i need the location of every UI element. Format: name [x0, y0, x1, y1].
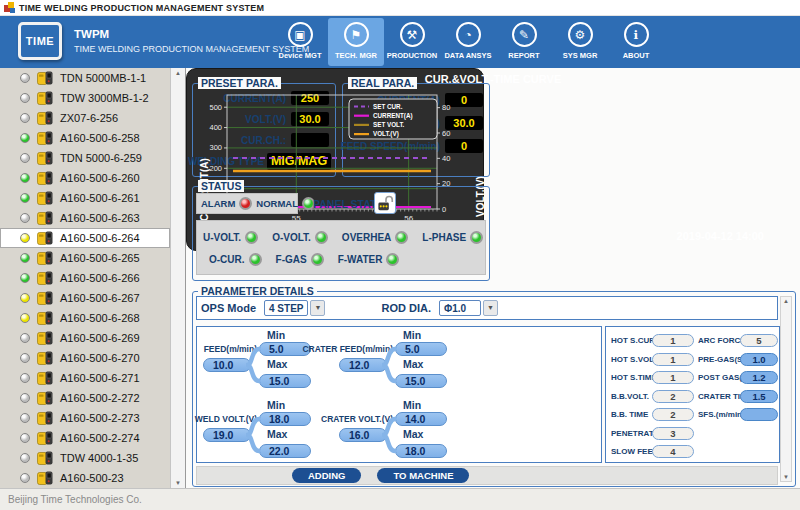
setting-pill[interactable]: 1.5 — [740, 390, 778, 403]
nav-item-production[interactable]: ⚒PRODUCTION — [384, 18, 440, 66]
nav-item-report[interactable]: ✎REPORT — [496, 18, 552, 66]
list-item[interactable]: A160-500-6-265 — [0, 248, 170, 268]
status-panel: STATUS ALARM NORMAL PANEL STATUS U-VOLT.… — [192, 186, 490, 281]
value-pill[interactable]: 19.0 — [203, 428, 251, 442]
nav-item-label: SYS MGR — [563, 51, 598, 60]
device-label: ZX07-6-256 — [60, 112, 118, 124]
setting-pill[interactable]: 1.0 — [740, 353, 778, 366]
sidebar: TDN 5000MB-1-1TDW 3000MB-1-2ZX07-6-256A1… — [0, 68, 186, 488]
status-led — [20, 173, 30, 183]
status-led — [20, 273, 30, 283]
setting-pill[interactable] — [740, 408, 778, 421]
welder-icon — [37, 271, 53, 285]
list-item[interactable]: TDW 3000MB-1-2 — [0, 88, 170, 108]
device-label: A160-500-6-260 — [60, 172, 140, 184]
max-pill[interactable]: 15.0 — [259, 374, 311, 388]
title-bar: TIME WELDING PRODUCTION MANAGEMENT SYSTE… — [0, 0, 800, 16]
setting-label: B.B.VOLT. — [611, 392, 649, 401]
max-pill[interactable]: 15.0 — [395, 374, 447, 388]
max-pill[interactable]: 22.0 — [259, 444, 311, 458]
indicator: O-VOLT. — [272, 231, 328, 244]
status-led — [20, 453, 30, 463]
device-icon: ▣ — [288, 22, 313, 47]
sidebar-scrollbar[interactable]: ▲ ▼ — [170, 68, 185, 488]
max-pill[interactable]: 18.0 — [395, 444, 447, 458]
indicator-led — [311, 253, 324, 266]
list-item[interactable]: A160-500-6-258 — [0, 128, 170, 148]
device-label: TDN 5000MB-1-1 — [60, 72, 146, 84]
chart-icon: ◔ — [456, 22, 481, 47]
header: TIME TWPM TIME WELDING PRODUCTION MANAGE… — [0, 16, 800, 68]
svg-text:CURRENT(A): CURRENT(A) — [373, 112, 413, 120]
welder-icon — [37, 351, 53, 365]
value-pill[interactable]: 12.0 — [339, 358, 387, 372]
list-item[interactable]: A160-500-6-267 — [0, 288, 170, 308]
nav-item-tech-mgr[interactable]: ⚑TECH. MGR — [328, 18, 384, 66]
welder-icon — [37, 291, 53, 305]
list-item[interactable]: A160-500-23 — [0, 468, 170, 488]
welder-icon — [37, 71, 53, 85]
nav-item-sys-mgr[interactable]: ⚙SYS MGR — [552, 18, 608, 66]
ops-mode-select[interactable]: 4 STEP ▼ — [264, 300, 325, 316]
scroll-up-icon[interactable]: ▲ — [783, 298, 789, 304]
list-item[interactable]: A160-500-6-266 — [0, 268, 170, 288]
rod-dia-value[interactable]: Φ1.0 — [439, 300, 481, 316]
setting-pill: 5 — [740, 334, 778, 347]
nav-item-label: REPORT — [508, 51, 539, 60]
rod-dia-select[interactable]: Φ1.0 ▼ — [439, 300, 498, 316]
list-item[interactable]: ZX07-6-256 — [0, 108, 170, 128]
scroll-down-icon[interactable]: ▼ — [175, 480, 181, 486]
indicator-label: OVERHEA — [342, 232, 391, 243]
status-led — [20, 153, 30, 163]
svg-text:500: 500 — [209, 103, 222, 112]
list-item[interactable]: A160-500-6-270 — [0, 348, 170, 368]
report-icon: ✎ — [512, 22, 537, 47]
nav-item-device-mgt[interactable]: ▣Device MGT — [272, 18, 328, 66]
details-scrollbar[interactable]: ▲ ▼ — [780, 296, 792, 482]
value-pill[interactable]: 16.0 — [339, 428, 387, 442]
scroll-down-icon[interactable]: ▼ — [783, 474, 789, 480]
adding-button[interactable]: ADDING — [292, 468, 361, 483]
welder-icon — [37, 131, 53, 145]
list-item[interactable]: A160-500-2-272 — [0, 388, 170, 408]
list-item[interactable]: A160-500-6-261 — [0, 188, 170, 208]
welder-icon — [37, 471, 53, 485]
scroll-up-icon[interactable]: ▲ — [175, 70, 181, 76]
nav-item-data-ansys[interactable]: ◔DATA ANSYS — [440, 18, 496, 66]
list-item[interactable]: A160-500-6-269 — [0, 328, 170, 348]
status-led — [20, 473, 30, 483]
list-item[interactable]: TDW 4000-1-35 — [0, 448, 170, 468]
max-label: Max — [267, 428, 287, 440]
nav-item-label: ABOUT — [623, 51, 650, 60]
list-item[interactable]: A160-500-6-263 — [0, 208, 170, 228]
setting-pill[interactable]: 1.2 — [740, 371, 778, 384]
list-item[interactable]: TDN 5000MB-1-1 — [0, 68, 170, 88]
min-pill[interactable]: 14.0 — [395, 412, 447, 426]
device-label: A160-500-2-274 — [60, 432, 140, 444]
info-icon: ℹ — [624, 22, 649, 47]
setting-pill: 1 — [652, 353, 694, 366]
indicator-label: U-VOLT. — [203, 232, 241, 243]
list-item[interactable]: TDN 5000-6-259 — [0, 148, 170, 168]
max-label: Max — [403, 358, 423, 370]
svg-text:300: 300 — [209, 143, 222, 152]
value-pill[interactable]: 10.0 — [203, 358, 251, 372]
min-pill[interactable]: 18.0 — [259, 412, 311, 426]
chevron-down-icon[interactable]: ▼ — [310, 300, 325, 316]
chevron-down-icon[interactable]: ▼ — [483, 300, 498, 316]
list-item[interactable]: A160-500-6-264 — [0, 228, 170, 248]
setting-pill: 2 — [652, 408, 694, 421]
min-pill[interactable]: 5.0 — [395, 342, 447, 356]
ops-mode-value[interactable]: 4 STEP — [264, 300, 308, 316]
list-item[interactable]: A160-500-6-260 — [0, 168, 170, 188]
welder-icon — [37, 151, 53, 165]
list-item[interactable]: A160-500-6-268 — [0, 308, 170, 328]
list-item[interactable]: A160-500-2-273 — [0, 408, 170, 428]
to-machine-button[interactable]: TO MACHINE — [377, 468, 469, 483]
welder-icon — [37, 331, 53, 345]
list-item[interactable]: A160-500-6-271 — [0, 368, 170, 388]
indicator-led — [245, 231, 258, 244]
list-item[interactable]: A160-500-2-274 — [0, 428, 170, 448]
indicator: O-CUR. — [209, 253, 262, 266]
nav-item-about[interactable]: ℹABOUT — [608, 18, 664, 66]
